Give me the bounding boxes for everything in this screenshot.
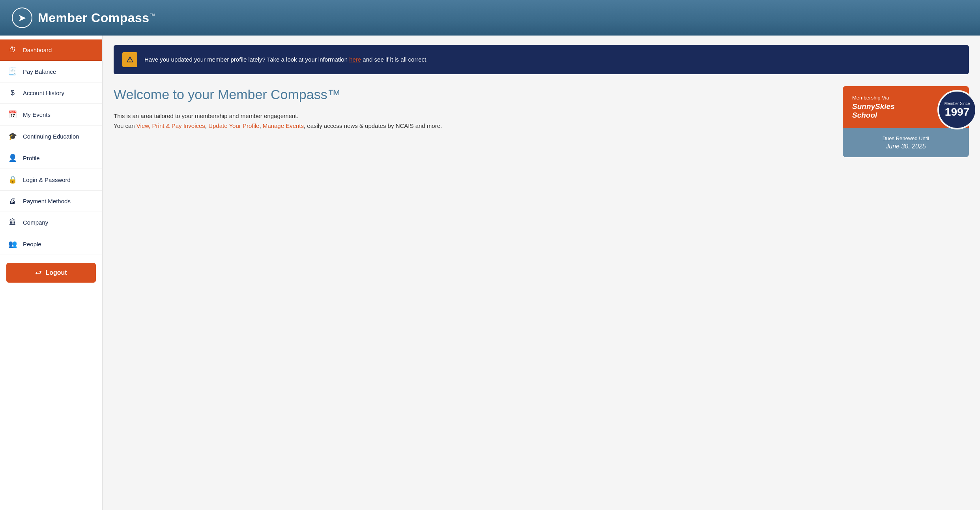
sidebar-item-pay-balance[interactable]: 🧾 Pay Balance xyxy=(0,61,102,82)
alert-banner: ⚠ Have you updated your member profile l… xyxy=(114,45,969,74)
sidebar-item-continuing-education[interactable]: 🎓 Continuing Education xyxy=(0,126,102,147)
welcome-content: Welcome to your Member Compass™ This is … xyxy=(114,86,831,131)
badge-label: Member Since xyxy=(944,101,970,106)
alert-link[interactable]: here xyxy=(349,56,361,63)
logout-label: Logout xyxy=(45,269,67,276)
sidebar-label-people: People xyxy=(23,241,41,248)
sidebar-label-company: Company xyxy=(23,219,48,226)
sep1: , xyxy=(205,122,208,129)
sidebar-item-payment-methods[interactable]: 🖨 Payment Methods xyxy=(0,191,102,212)
pay-balance-icon: 🧾 xyxy=(8,67,17,76)
compass-icon: ➤ xyxy=(12,8,32,28)
people-icon: 👥 xyxy=(8,240,17,248)
welcome-body: This is an area tailored to your members… xyxy=(114,111,831,131)
link-profile[interactable]: Update Your Profile xyxy=(208,122,259,129)
logout-button[interactable]: ⮐ Logout xyxy=(6,263,96,283)
sidebar-label-profile: Profile xyxy=(23,155,40,161)
dues-label: Dues Renewed Until xyxy=(852,135,959,141)
membership-bottom: Dues Renewed Until June 30, 2025 xyxy=(843,128,969,157)
account-history-icon: $ xyxy=(8,89,17,97)
sidebar-label-dashboard: Dashboard xyxy=(23,47,52,53)
link-events[interactable]: Manage Events xyxy=(263,122,304,129)
alert-text-before: Have you updated your member profile lat… xyxy=(144,56,349,63)
dues-date: June 30, 2025 xyxy=(852,143,959,150)
welcome-text-after: , easily access news & updates by NCAIS … xyxy=(304,122,442,129)
sidebar-item-account-history[interactable]: $ Account History xyxy=(0,82,102,104)
membership-school-name: SunnySkies School xyxy=(852,102,922,120)
member-since-badge: Member Since 1997 xyxy=(937,90,977,129)
welcome-title: Welcome to your Member Compass™ xyxy=(114,86,831,103)
alert-text-after: and see if it is all correct. xyxy=(361,56,428,63)
profile-icon: 👤 xyxy=(8,154,17,162)
sidebar-item-login-password[interactable]: 🔒 Login & Password xyxy=(0,169,102,191)
app-header: ➤ Member Compass™ xyxy=(0,0,980,36)
sidebar-item-dashboard[interactable]: ⏱ Dashboard xyxy=(0,39,102,61)
sidebar-label-my-events: My Events xyxy=(23,111,50,118)
alert-icon: ⚠ xyxy=(122,52,137,67)
welcome-section: Welcome to your Member Compass™ This is … xyxy=(114,86,969,157)
sidebar-label-pay-balance: Pay Balance xyxy=(23,68,56,75)
app-title: Member Compass™ xyxy=(38,11,155,25)
badge-year: 1997 xyxy=(945,106,969,118)
main-content: ⚠ Have you updated your member profile l… xyxy=(103,36,980,510)
company-icon: 🏛 xyxy=(8,218,17,227)
alert-text: Have you updated your member profile lat… xyxy=(144,55,428,64)
continuing-education-icon: 🎓 xyxy=(8,132,17,141)
sidebar-label-login-password: Login & Password xyxy=(23,176,71,183)
my-events-icon: 📅 xyxy=(8,110,17,119)
link-invoices[interactable]: View, Print & Pay Invoices xyxy=(137,122,205,129)
logout-icon: ⮐ xyxy=(35,269,41,276)
sidebar-item-my-events[interactable]: 📅 My Events xyxy=(0,104,102,126)
login-password-icon: 🔒 xyxy=(8,175,17,184)
sep2: , xyxy=(259,122,262,129)
sidebar-label-continuing-education: Continuing Education xyxy=(23,133,79,140)
membership-card: Membership Via SunnySkies School Dues Re… xyxy=(843,86,969,157)
sidebar-item-people[interactable]: 👥 People xyxy=(0,233,102,255)
dashboard-icon: ⏱ xyxy=(8,46,17,54)
sidebar-item-company[interactable]: 🏛 Company xyxy=(0,212,102,233)
sidebar-item-profile[interactable]: 👤 Profile xyxy=(0,147,102,169)
sidebar-label-account-history: Account History xyxy=(23,90,64,96)
sidebar-label-payment-methods: Payment Methods xyxy=(23,198,71,204)
main-layout: ⏱ Dashboard 🧾 Pay Balance $ Account Hist… xyxy=(0,36,980,510)
payment-methods-icon: 🖨 xyxy=(8,197,17,205)
sidebar: ⏱ Dashboard 🧾 Pay Balance $ Account Hist… xyxy=(0,36,103,510)
logo-container: ➤ Member Compass™ xyxy=(12,8,155,28)
membership-via-label: Membership Via xyxy=(852,95,922,101)
